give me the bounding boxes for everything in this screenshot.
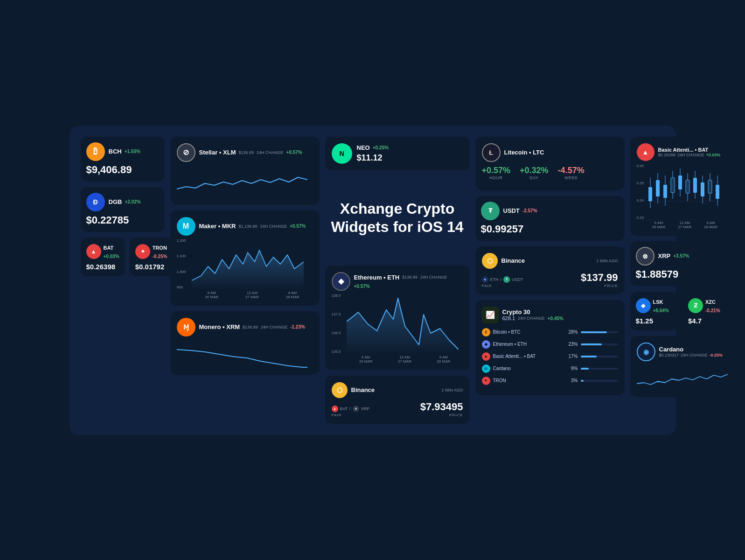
svg-rect-23 <box>708 180 712 193</box>
cardano-24h-label: 24H CHANGE <box>681 353 708 357</box>
usdt-icon: ₮ <box>481 202 500 220</box>
binance-bat-icon: ⬡ <box>332 382 348 398</box>
binance-bat-price: $7.93495 <box>420 401 463 413</box>
xrp-price: $1.88579 <box>636 268 725 280</box>
ltc-day-val: +0.32% <box>520 166 549 175</box>
bat-small-change: +0.03% <box>104 254 119 259</box>
bat-main-card: ▲ Basic Attenti... • BAT $0.26398 24H CH… <box>630 137 731 236</box>
usdt-change: -2.57% <box>522 208 537 213</box>
xzc-card: Ƶ XZC -0.21% $4.7 <box>682 292 731 330</box>
cardano-price-sm: $0.130317 <box>659 353 679 357</box>
crypto30-ada: ◎ Cardano 9% <box>482 364 618 373</box>
crypto30-btc: ₿ Bitcoin • BTC 28% <box>482 328 618 336</box>
ethereum-chart: 138.5 137.5 136.5 135.5 <box>332 294 463 364</box>
monero-icon: Ɱ <box>177 318 195 336</box>
ltc-day-label: DAY <box>520 175 549 180</box>
cardano-icon: ◉ <box>637 343 655 361</box>
xrp-name: XRP <box>658 252 671 259</box>
crypto30-btc-icon: ₿ <box>482 328 490 336</box>
lsk-price: $1.25 <box>636 317 673 325</box>
crypto30-24h-label: 24H CHANGE <box>518 316 545 321</box>
binance-bat-name: Binance <box>351 386 375 393</box>
bch-price: $9,406.89 <box>86 164 159 176</box>
bat-24h-label: 24H CHANGE <box>677 153 704 157</box>
crypto30-card: 📈 Crypto 30 628.1 24H CHANGE +0.45% <box>475 300 625 395</box>
bat-main-price-sm: $0.26398 <box>658 153 676 157</box>
cardano-name: Cardano <box>659 346 684 353</box>
dgb-change: +2.02% <box>125 199 140 204</box>
xzc-icon: Ƶ <box>688 298 703 313</box>
usdt-name: USDT <box>503 207 520 214</box>
ltc-week-val: -4.57% <box>558 166 585 175</box>
monero-change: -1.23% <box>290 324 305 329</box>
litecoin-name: Litecoin • LTC <box>504 149 544 156</box>
tron-change: -0.25% <box>153 254 167 259</box>
bat-main-change: +0.03% <box>706 153 721 157</box>
bat-main-icon: ▲ <box>637 143 654 161</box>
stellar-icon: ⊘ <box>177 143 195 162</box>
ltc-day: +0.32% DAY <box>520 166 549 180</box>
column-1: ₿ BCH +1.55% $9,406.89 Ð DGB <box>81 137 165 276</box>
lsk-name: LSK <box>653 299 663 305</box>
maker-icon: M <box>177 217 195 236</box>
dashboard: ₿ BCH +1.55% $9,406.89 Ð DGB <box>70 126 676 435</box>
cardano-chart <box>637 365 724 391</box>
xrp-change: +3.57% <box>673 253 689 259</box>
binance-eth-price: $137.99 <box>581 272 618 284</box>
crypto30-change: +0.45% <box>548 316 564 321</box>
xzc-name: XZC <box>705 299 716 305</box>
svg-rect-13 <box>671 178 675 193</box>
tron-card: ✦ TRON -0.25% $0.01792 <box>130 238 173 276</box>
xzc-price: $4.7 <box>688 317 725 325</box>
lsk-change: +8.64% <box>653 308 669 313</box>
monero-name: Monero • XRM <box>199 323 240 330</box>
neo-card: N NEO +0.25% $11.12 <box>325 137 470 170</box>
crypto30-eth-icon: ◆ <box>482 340 490 349</box>
column-2: ⊘ Stellar • XLM $136.89 24H CHANGE +0.57… <box>170 137 320 375</box>
column-5: ▲ Basic Attenti... • BAT $0.26398 24H CH… <box>630 137 731 397</box>
binance-eth-card: ⬡ Binance 1 MIN AGO ◆ ETH / ₮ USDT <box>475 246 625 294</box>
monero-chart <box>177 340 313 368</box>
cardano-change: -0.25% <box>710 353 723 357</box>
svg-rect-19 <box>693 178 697 193</box>
maker-24h-label: 24H CHANGE <box>260 224 287 229</box>
title-card: Xchange Crypto Widgets for iOS 14 <box>325 176 470 260</box>
litecoin-card: Ł Litecoin • LTC +0.57% HOUR +0.32% DAY … <box>475 137 625 190</box>
crypto30-trx: ✦ TRON 3% <box>482 377 618 385</box>
bat-main-fullname: Basic Attenti... • BAT <box>658 147 709 153</box>
bat-small-card: ▲ BAT +0.03% $0.26398 <box>81 238 125 276</box>
tron-price: $0.01792 <box>135 263 167 271</box>
usdt-price: $0.99257 <box>481 223 619 235</box>
ethereum-card: ◆ Ethereum • ETH $136.89 24H CHANGE +0.5… <box>325 266 470 370</box>
maker-change: +0.57% <box>290 224 306 229</box>
bch-change: +1.55% <box>125 149 140 154</box>
ethereum-name: Ethereum • ETH <box>354 274 400 281</box>
litecoin-icon: Ł <box>482 143 501 162</box>
lsk-xzc-row: ◈ LSK +8.64% $1.25 Ƶ XZC -0.21% <box>630 292 731 330</box>
maker-card: M Maker • MKR $1,136.89 24H CHANGE +0.57… <box>170 210 320 306</box>
binance-eth-time: 1 MIN AGO <box>596 259 618 263</box>
ltc-hour-label: HOUR <box>482 175 511 180</box>
svg-rect-17 <box>686 180 689 193</box>
crypto30-ada-icon: ◎ <box>482 364 490 373</box>
bat-small-price: $0.26398 <box>86 263 119 271</box>
ethereum-icon: ◆ <box>332 272 350 291</box>
ltc-hour-val: +0.57% <box>482 166 511 175</box>
binance-eth-price-label: PRICE <box>581 284 618 288</box>
crypto30-bat: ▲ Basic Attentt... • BAT 17% <box>482 352 618 361</box>
tron-name: TRON <box>153 245 167 251</box>
crypto30-name: Crypto 30 <box>502 308 530 315</box>
svg-rect-21 <box>701 182 704 196</box>
column-3: N NEO +0.25% $11.12 Xchange Crypto Widge… <box>325 137 470 424</box>
neo-price: $11.12 <box>357 153 389 163</box>
xrp-card: ⊗ XRP +3.57% $1.88579 <box>630 241 731 286</box>
xrp-icon: ⊗ <box>636 247 654 266</box>
lsk-card: ◈ LSK +8.64% $1.25 <box>630 292 678 330</box>
bch-icon: ₿ <box>86 142 105 161</box>
dgb-card: Ð DGB +2.02% $0.22785 <box>81 187 165 232</box>
dgb-price: $0.22785 <box>86 214 159 226</box>
eth-change: +0.57% <box>354 284 370 289</box>
usdt-card: ₮ USDT -2.57% $0.99257 <box>475 196 625 241</box>
ltc-week: -4.57% WEEK <box>558 166 585 180</box>
binance-bat-pair-label: PAIR <box>332 413 370 417</box>
